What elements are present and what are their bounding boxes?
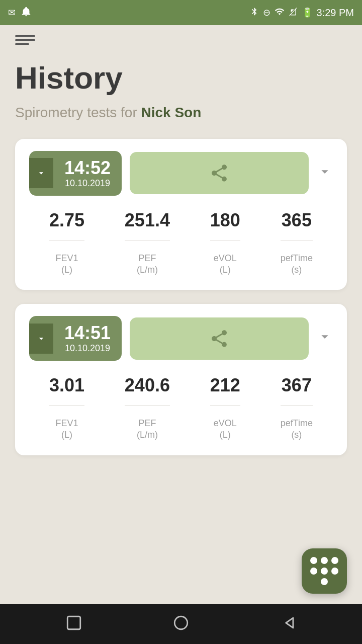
evol-label-1: eVOL(L): [214, 253, 237, 276]
evol-label-2: eVOL(L): [214, 418, 237, 441]
status-bar-left: ✉: [8, 6, 32, 20]
time-block-chevron-2[interactable]: [29, 324, 53, 354]
metric-fev1-2: 3.01 FEV1(L): [49, 375, 84, 441]
bluetooth-icon: [250, 7, 259, 19]
peftime-label-2: pefTime(s): [281, 418, 313, 441]
metric-fev1-1: 2.75 FEV1(L): [49, 210, 84, 276]
svg-marker-2: [286, 618, 293, 628]
share-icon-2: [209, 329, 229, 349]
metric-pef-2: 240.6 PEF(L/m): [125, 375, 170, 441]
status-bar-right: ⊖ 🔋 3:29 PM: [250, 7, 354, 19]
metrics-row-2: 3.01 FEV1(L) 240.6 PEF(L/m) 212 eVOL(L) …: [29, 375, 333, 441]
pef-value-1: 251.4: [125, 210, 170, 231]
evol-value-2: 212: [210, 375, 240, 396]
test-1-date: 10.10.2019: [64, 178, 111, 189]
fab-dot-6: [331, 568, 338, 575]
hamburger-line-1: [15, 35, 35, 37]
status-bar: ✉ ⊖ 🔋 3:29 PM: [0, 0, 362, 25]
fab-dot-8: [321, 578, 328, 585]
subtitle-prefix: Spirometry tests for: [15, 105, 141, 120]
expand-chevron-1[interactable]: [317, 164, 333, 183]
card-header-1: 14:52 10.10.2019: [29, 151, 333, 196]
gmail-icon: ✉: [8, 7, 16, 18]
fev1-label-1: FEV1(L): [55, 253, 78, 276]
metric-evol-2: 212 eVOL(L): [210, 375, 240, 441]
hamburger-line-2: [15, 39, 35, 41]
metrics-row-1: 2.75 FEV1(L) 251.4 PEF(L/m) 180 eVOL(L) …: [29, 210, 333, 276]
page-title: History: [15, 60, 347, 96]
battery-icon: 🔋: [302, 7, 313, 18]
time-block-text-1: 14:52 10.10.2019: [53, 151, 122, 196]
fab-dot-5: [321, 568, 328, 575]
share-button-2[interactable]: [130, 317, 309, 360]
main-content: History Spirometry tests for Nick Son 14…: [0, 25, 362, 604]
time-block-2[interactable]: 14:51 10.10.2019: [29, 316, 122, 361]
fab-dot-3: [331, 557, 338, 564]
pef-value-2: 240.6: [125, 375, 170, 396]
metric-pef-1: 251.4 PEF(L/m): [125, 210, 170, 276]
fev1-label-2: FEV1(L): [55, 418, 78, 441]
peftime-label-1: pefTime(s): [281, 253, 313, 276]
page-subtitle: Spirometry tests for Nick Son: [15, 105, 347, 121]
nav-home-button[interactable]: [172, 614, 190, 633]
expand-chevron-2[interactable]: [317, 329, 333, 348]
pef-label-1: PEF(L/m): [137, 253, 158, 276]
metric-peftime-1: 365 pefTime(s): [281, 210, 313, 276]
test-1-time: 14:52: [64, 158, 111, 178]
fab-dot-1: [310, 557, 317, 564]
notification-icon: [21, 6, 32, 20]
fev1-value-2: 3.01: [49, 375, 84, 396]
time-block-chevron-1[interactable]: [29, 158, 53, 188]
metric-evol-1: 180 eVOL(L): [210, 210, 240, 276]
peftime-value-2: 367: [282, 375, 312, 396]
svg-point-1: [174, 616, 188, 629]
card-header-2: 14:51 10.10.2019: [29, 316, 333, 361]
fab-button[interactable]: [302, 548, 347, 594]
signal-icon: [275, 7, 285, 19]
nav-recents-button[interactable]: [65, 614, 82, 633]
dnd-icon: ⊖: [263, 7, 270, 18]
time-block-1[interactable]: 14:52 10.10.2019: [29, 151, 122, 196]
chevron-down-icon-2: [36, 334, 46, 344]
test-2-date: 10.10.2019: [64, 343, 111, 354]
test-2-time: 14:51: [64, 323, 111, 343]
status-time: 3:29 PM: [317, 7, 354, 19]
fab-dot-4: [310, 568, 317, 575]
subtitle-name: Nick Son: [141, 105, 202, 120]
fab-dot-9: [331, 578, 338, 585]
nav-back-button[interactable]: [280, 614, 297, 633]
hamburger-menu[interactable]: [15, 35, 35, 45]
svg-rect-0: [67, 616, 80, 629]
fab-dot-2: [321, 557, 328, 564]
evol-value-1: 180: [210, 210, 240, 231]
peftime-value-1: 365: [282, 210, 312, 231]
share-button-1[interactable]: [130, 152, 309, 194]
hamburger-line-3: [15, 43, 29, 45]
test-card-2: 14:51 10.10.2019 3.01 FEV1(L): [15, 304, 347, 455]
time-block-text-2: 14:51 10.10.2019: [53, 316, 122, 361]
nosim-icon: [289, 7, 298, 19]
pef-label-2: PEF(L/m): [137, 418, 158, 441]
fab-dot-7: [310, 578, 317, 585]
fab-grid: [306, 553, 342, 589]
share-icon-1: [209, 163, 229, 183]
test-card-1: 14:52 10.10.2019 2.75 FEV1(L): [15, 139, 347, 290]
chevron-down-icon-1: [36, 168, 46, 178]
metric-peftime-2: 367 pefTime(s): [281, 375, 313, 441]
fev1-value-1: 2.75: [49, 210, 84, 231]
bottom-nav: [0, 604, 362, 644]
